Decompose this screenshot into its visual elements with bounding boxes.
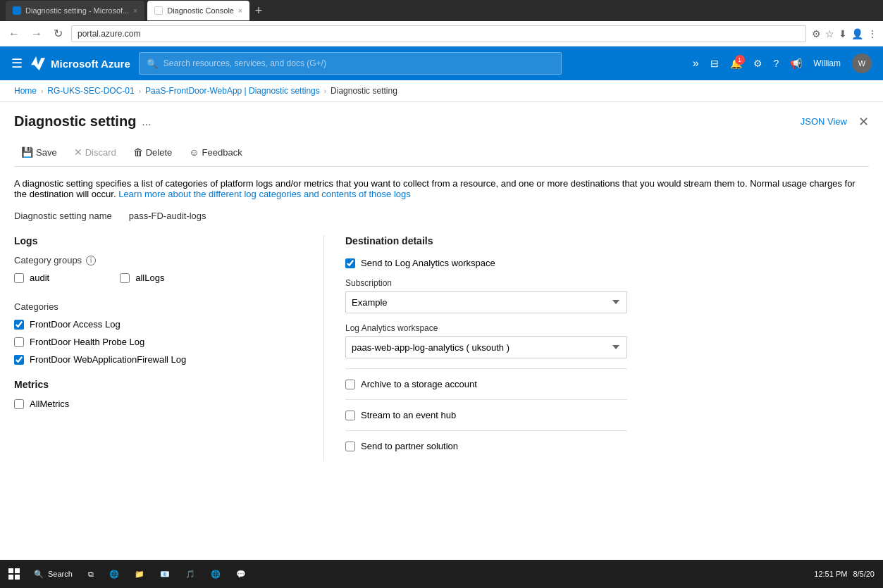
back-button[interactable]: ← [6, 25, 23, 43]
taskbar-time: 12:51 PM [814, 570, 847, 578]
breadcrumb-current: Diagnostic setting [331, 86, 397, 96]
tab2-favicon [154, 6, 163, 15]
breadcrumb-sep-1: › [41, 87, 43, 95]
archive-storage-label: Archive to a storage account [361, 379, 477, 389]
log-analytics-select[interactable]: paas-web-app-log-analytics ( uksouth ) [345, 336, 627, 358]
browser-menu-icon[interactable]: ⋮ [867, 28, 877, 39]
page-title: Diagnostic setting [14, 113, 136, 130]
downloads-icon[interactable]: ⬇ [839, 28, 847, 39]
json-view-link[interactable]: JSON View [801, 116, 847, 127]
frontdoor-health-checkbox[interactable] [14, 337, 24, 347]
tab2-close[interactable]: × [238, 7, 242, 15]
left-column: Logs Category groups i audit allLogs Cat… [14, 235, 324, 461]
address-bar: ← → ↻ ⚙ ☆ ⬇ 👤 ⋮ [0, 21, 883, 46]
hamburger-menu[interactable]: ☰ [11, 56, 23, 71]
feedback-label: Feedback [202, 147, 242, 158]
help-icon[interactable]: ? [774, 58, 779, 69]
category-groups-header: Category groups i [14, 255, 309, 265]
alllogs-checkbox-row: allLogs [120, 273, 164, 283]
taskbar-misc1[interactable]: 📧 [153, 561, 177, 587]
feedback-icon: ☺ [189, 146, 199, 158]
notification-badge: 1 [735, 55, 745, 65]
task-view-icon: ⧉ [88, 570, 94, 579]
archive-storage-option: Archive to a storage account [345, 379, 869, 389]
address-input[interactable] [71, 25, 806, 42]
discard-button[interactable]: ✕ Discard [67, 144, 123, 161]
frontdoor-waf-checkbox[interactable] [14, 355, 24, 365]
audit-label: audit [30, 273, 49, 283]
category-groups-info-icon[interactable]: i [86, 256, 96, 265]
subscription-select[interactable]: Example [345, 291, 627, 313]
new-tab-button[interactable]: + [255, 4, 263, 18]
taskbar-misc4[interactable]: 💬 [229, 561, 253, 587]
user-avatar[interactable]: W [852, 54, 872, 73]
frontdoor-access-checkbox[interactable] [14, 320, 24, 330]
feedback-header-icon[interactable]: 📢 [790, 58, 802, 69]
cloud-shell-icon[interactable]: » [693, 57, 699, 70]
breadcrumb-resource[interactable]: PaaS-FrontDoor-WebApp | Diagnostic setti… [145, 86, 320, 96]
start-button[interactable] [3, 563, 25, 585]
taskbar-edge[interactable]: 🌐 [102, 561, 126, 587]
delete-button[interactable]: 🗑 Delete [126, 144, 180, 161]
directory-icon[interactable]: ⊟ [710, 58, 719, 69]
browser-chrome: Diagnostic setting - Microsof... × Diagn… [0, 0, 883, 21]
save-button[interactable]: 💾 Save [14, 144, 64, 161]
feedback-button[interactable]: ☺ Feedback [182, 144, 249, 161]
send-to-log-analytics-checkbox[interactable] [345, 258, 355, 268]
tab1-label: Diagnostic setting - Microsof... [25, 6, 129, 15]
svg-rect-2 [8, 575, 13, 580]
partner-solution-checkbox[interactable] [345, 442, 355, 451]
forward-button[interactable]: → [28, 25, 45, 43]
page-header: Diagnostic setting ... JSON View ✕ [14, 113, 869, 130]
taskbar-date: 8/5/20 [853, 570, 875, 578]
allmetrics-checkbox[interactable] [14, 399, 24, 409]
frontdoor-waf-row: FrontDoor WebApplicationFirewall Log [14, 354, 309, 365]
browser-tab-2[interactable]: Diagnostic Console × [147, 1, 249, 20]
taskbar-search[interactable]: 🔍 Search [27, 561, 80, 587]
logs-section-header: Logs [14, 235, 309, 246]
breadcrumb-rg[interactable]: RG-UKS-SEC-DOC-01 [47, 86, 134, 96]
profile-icon[interactable]: 👤 [851, 28, 863, 39]
send-to-log-analytics-option: Send to Log Analytics workspace [345, 258, 869, 268]
header-icons: » ⊟ 🔔 1 ⚙ ? 📢 William W [693, 54, 872, 73]
allmetrics-row: AllMetrics [14, 399, 309, 409]
save-label: Save [36, 147, 57, 158]
toolbar: 💾 Save ✕ Discard 🗑 Delete ☺ Feedback [14, 138, 869, 167]
discard-label: Discard [85, 147, 116, 158]
bookmark-icon[interactable]: ☆ [825, 28, 834, 39]
info-section: A diagnostic setting specifies a list of… [14, 178, 869, 199]
browser-tab-1[interactable]: Diagnostic setting - Microsof... × [6, 1, 144, 20]
stream-event-hub-checkbox[interactable] [345, 411, 355, 420]
refresh-button[interactable]: ↻ [51, 24, 66, 43]
azure-logo-text: Microsoft Azure [51, 58, 130, 70]
categories-section: Categories FrontDoor Access Log FrontDoo… [14, 301, 309, 365]
stream-event-hub-label: Stream to an event hub [361, 410, 456, 420]
svg-rect-1 [15, 568, 20, 573]
azure-logo: Microsoft Azure [31, 56, 130, 70]
discard-icon: ✕ [74, 146, 82, 158]
taskbar-search-label: Search [48, 570, 73, 578]
taskbar-explorer[interactable]: 📁 [128, 561, 152, 587]
taskbar-misc3[interactable]: 🌐 [204, 561, 228, 587]
azure-search-bar[interactable]: 🔍 Search resources, services, and docs (… [139, 52, 562, 75]
tab1-close[interactable]: × [133, 7, 137, 15]
taskbar-task-view[interactable]: ⧉ [81, 561, 101, 587]
notifications-icon[interactable]: 🔔 1 [730, 58, 742, 69]
category-groups-label: Category groups [14, 255, 82, 265]
extensions-icon[interactable]: ⚙ [812, 28, 821, 39]
settings-icon[interactable]: ⚙ [753, 58, 762, 69]
taskbar-misc2[interactable]: 🎵 [178, 561, 202, 587]
right-column: Destination details Send to Log Analytic… [324, 235, 869, 461]
destination-divider-2 [345, 399, 627, 400]
categories-label: Categories [14, 301, 309, 312]
delete-icon: 🗑 [133, 146, 143, 158]
alllogs-checkbox[interactable] [120, 273, 130, 283]
info-link[interactable]: Learn more about the different log categ… [118, 189, 411, 199]
close-button[interactable]: ✕ [858, 114, 869, 130]
audit-checkbox[interactable] [14, 273, 24, 283]
breadcrumb-home[interactable]: Home [14, 86, 37, 96]
misc4-icon: 💬 [236, 570, 246, 579]
archive-storage-checkbox[interactable] [345, 380, 355, 389]
more-options-button[interactable]: ... [142, 115, 151, 128]
frontdoor-health-label: FrontDoor Health Probe Log [30, 337, 144, 347]
